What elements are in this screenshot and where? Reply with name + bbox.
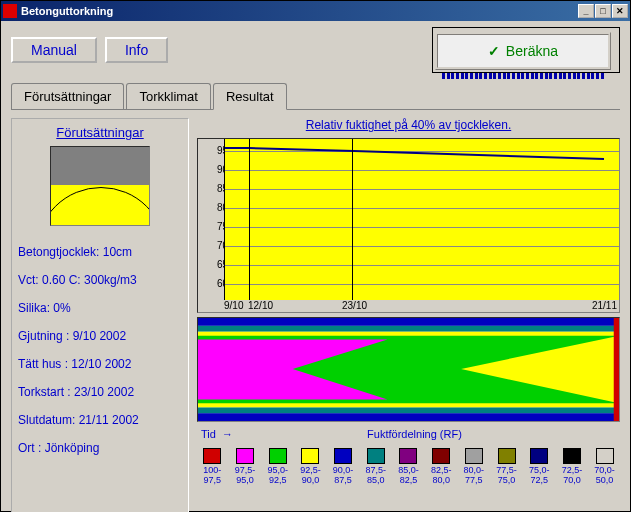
- slab-diagram: [50, 146, 150, 226]
- legend-item: 70,0- 50,0: [590, 448, 620, 486]
- svg-rect-1: [198, 413, 619, 421]
- tab-torkklimat[interactable]: Torkklimat: [126, 83, 211, 109]
- legend-swatch: [367, 448, 385, 464]
- progress-indicator: [438, 73, 608, 79]
- info-tatthus: Tätt hus : 12/10 2002: [18, 357, 182, 371]
- window-title: Betonguttorkning: [21, 5, 578, 17]
- legend-swatch: [432, 448, 450, 464]
- chart1-title: Relativ fuktighet på 40% av tjockleken.: [197, 118, 620, 132]
- info-gjutning: Gjutning : 9/10 2002: [18, 329, 182, 343]
- legend-label: 82,5- 80,0: [431, 466, 452, 486]
- info-slutdatum: Slutdatum: 21/11 2002: [18, 413, 182, 427]
- legend-label: 70,0- 50,0: [594, 466, 615, 486]
- legend-label: 90,0- 87,5: [333, 466, 354, 486]
- distribution-labels: Tid → Fuktfördelning (RF): [197, 426, 620, 442]
- svg-rect-3: [198, 407, 619, 413]
- tab-resultat[interactable]: Resultat: [213, 83, 287, 110]
- legend-item: 80,0- 77,5: [459, 448, 489, 486]
- arrow-icon: →: [222, 428, 233, 440]
- legend-item: 77,5- 75,0: [492, 448, 522, 486]
- app-window: Betonguttorkning _ □ ✕ Manual Info ✓ Ber…: [0, 0, 631, 512]
- fukt-label: Fuktfördelning (RF): [367, 428, 462, 440]
- svg-rect-0: [198, 318, 619, 326]
- panel-title[interactable]: Förutsättningar: [18, 125, 182, 140]
- legend-label: 75,0- 72,5: [529, 466, 550, 486]
- legend-swatch: [498, 448, 516, 464]
- legend-label: 87,5- 85,0: [366, 466, 387, 486]
- svg-rect-5: [614, 318, 619, 421]
- legend-label: 92,5- 90,0: [300, 466, 321, 486]
- tid-label: Tid: [201, 428, 216, 440]
- chart1-xaxis: 9/10 12/10 23/10 21/11: [224, 300, 619, 312]
- minimize-button[interactable]: _: [578, 4, 594, 18]
- info-button[interactable]: Info: [105, 37, 168, 63]
- info-torkstart: Torkstart : 23/10 2002: [18, 385, 182, 399]
- legend-label: 95,0- 92,5: [267, 466, 288, 486]
- toolbar: Manual Info ✓ Beräkna: [1, 21, 630, 79]
- legend-swatch: [301, 448, 319, 464]
- legend-item: 75,0- 72,5: [524, 448, 554, 486]
- maximize-button[interactable]: □: [595, 4, 611, 18]
- legend-swatch: [236, 448, 254, 464]
- legend-swatch: [203, 448, 221, 464]
- calculate-label: Beräkna: [506, 43, 558, 59]
- humidity-line-chart: 95 90 85 80 75 70 65 60: [197, 138, 620, 313]
- calc-button-frame: ✓ Beräkna: [432, 27, 620, 73]
- info-thickness: Betongtjocklek: 10cm: [18, 245, 182, 259]
- app-icon: [3, 4, 17, 18]
- svg-rect-2: [198, 326, 619, 332]
- legend-swatch: [563, 448, 581, 464]
- legend-label: 80,0- 77,5: [464, 466, 485, 486]
- info-ort: Ort : Jönköping: [18, 441, 182, 455]
- close-button[interactable]: ✕: [612, 4, 628, 18]
- legend-item: 95,0- 92,5: [263, 448, 293, 486]
- legend-swatch: [269, 448, 287, 464]
- content: Förutsättningar Betongtjocklek: 10cm Vct…: [1, 110, 630, 512]
- left-panel: Förutsättningar Betongtjocklek: 10cm Vct…: [11, 118, 189, 512]
- check-icon: ✓: [488, 43, 500, 59]
- legend-item: 92,5- 90,0: [295, 448, 325, 486]
- legend: 100- 97,597,5- 95,095,0- 92,592,5- 90,09…: [197, 446, 620, 488]
- legend-item: 97,5- 95,0: [230, 448, 260, 486]
- tab-forutsattningar[interactable]: Förutsättningar: [11, 83, 124, 109]
- calculate-button[interactable]: ✓ Beräkna: [435, 32, 611, 70]
- manual-button[interactable]: Manual: [11, 37, 97, 63]
- legend-label: 77,5- 75,0: [496, 466, 517, 486]
- legend-label: 100- 97,5: [203, 466, 221, 486]
- legend-swatch: [334, 448, 352, 464]
- info-vct: Vct: 0.60 C: 300kg/m3: [18, 273, 182, 287]
- legend-swatch: [465, 448, 483, 464]
- legend-item: 90,0- 87,5: [328, 448, 358, 486]
- right-panel: Relativ fuktighet på 40% av tjockleken. …: [197, 118, 620, 512]
- tabs: Förutsättningar Torkklimat Resultat: [11, 83, 620, 110]
- legend-label: 85,0- 82,5: [398, 466, 419, 486]
- info-silika: Silika: 0%: [18, 301, 182, 315]
- distribution-svg: [198, 318, 619, 421]
- humidity-distribution-chart: [197, 317, 620, 422]
- legend-item: 72,5- 70,0: [557, 448, 587, 486]
- legend-label: 72,5- 70,0: [562, 466, 583, 486]
- legend-item: 100- 97,5: [197, 448, 227, 486]
- legend-swatch: [596, 448, 614, 464]
- legend-item: 85,0- 82,5: [393, 448, 423, 486]
- legend-label: 97,5- 95,0: [235, 466, 256, 486]
- chart1-plot-area: [224, 139, 619, 300]
- titlebar[interactable]: Betonguttorkning _ □ ✕: [1, 1, 630, 21]
- legend-swatch: [399, 448, 417, 464]
- legend-swatch: [530, 448, 548, 464]
- legend-item: 87,5- 85,0: [361, 448, 391, 486]
- chart1-series: [224, 139, 619, 300]
- legend-item: 82,5- 80,0: [426, 448, 456, 486]
